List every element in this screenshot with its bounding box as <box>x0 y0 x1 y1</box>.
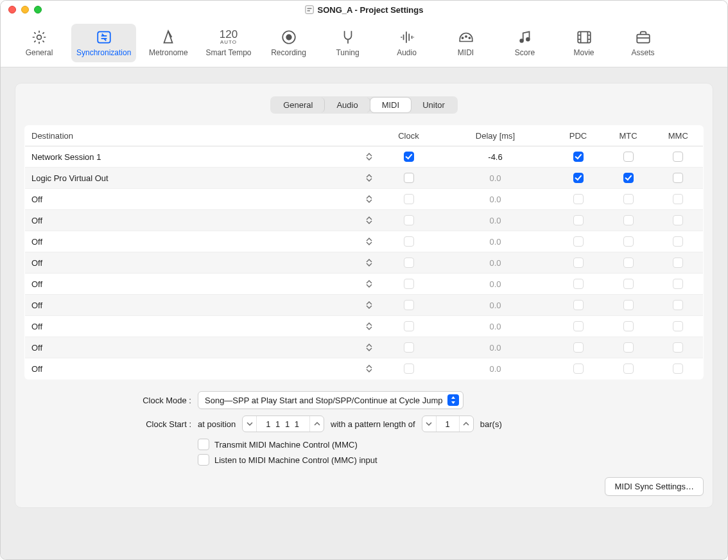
delay-value[interactable]: 0.0 <box>489 258 501 268</box>
clock-checkbox[interactable] <box>404 342 414 353</box>
mtc-checkbox[interactable] <box>623 342 634 353</box>
mtc-checkbox[interactable] <box>623 215 634 225</box>
clock-checkbox[interactable] <box>404 215 414 225</box>
delay-value[interactable]: 0.0 <box>489 364 501 374</box>
toolbar-assets[interactable]: Assets <box>616 24 670 62</box>
toolbar-recording[interactable]: Recording <box>262 24 316 62</box>
mmc-checkbox[interactable] <box>673 321 683 331</box>
toolbar-audio[interactable]: Audio <box>380 24 434 62</box>
close-window-button[interactable] <box>8 6 16 13</box>
subtab-general[interactable]: General <box>272 98 325 112</box>
col-mmc[interactable]: MMC <box>654 126 704 146</box>
mtc-checkbox[interactable] <box>623 173 634 183</box>
toolbar-movie[interactable]: Movie <box>557 24 611 62</box>
clock-start-pattern-stepper[interactable]: 1 <box>422 416 474 432</box>
mmc-checkbox[interactable] <box>673 194 683 204</box>
mtc-checkbox[interactable] <box>623 194 634 204</box>
mmc-checkbox[interactable] <box>673 215 683 225</box>
destination-stepper[interactable] <box>365 342 374 353</box>
pdc-checkbox[interactable] <box>573 194 584 204</box>
destination-stepper[interactable] <box>365 151 374 162</box>
clock-checkbox[interactable] <box>404 300 414 310</box>
toolbar-midi[interactable]: MIDI <box>439 24 493 62</box>
destination-stepper[interactable] <box>365 172 374 184</box>
delay-value[interactable]: 0.0 <box>489 301 501 310</box>
mtc-checkbox[interactable] <box>623 152 634 162</box>
destination-stepper[interactable] <box>365 214 374 226</box>
mmc-checkbox[interactable] <box>673 279 683 289</box>
chevron-down-icon[interactable] <box>243 416 257 432</box>
subtab-unitor[interactable]: Unitor <box>411 98 456 112</box>
delay-value[interactable]: 0.0 <box>489 322 501 331</box>
pdc-checkbox[interactable] <box>573 321 584 331</box>
destination-stepper[interactable] <box>365 320 374 332</box>
toolbar-synchronization[interactable]: Synchronization <box>71 24 136 62</box>
col-mtc[interactable]: MTC <box>603 126 654 146</box>
mmc-checkbox[interactable] <box>673 300 683 310</box>
mtc-checkbox[interactable] <box>623 300 634 310</box>
clock-mode-select[interactable]: Song—SPP at Play Start and Stop/SPP/Cont… <box>198 391 464 409</box>
chevron-up-icon[interactable] <box>459 416 473 432</box>
clock-checkbox[interactable] <box>404 152 414 162</box>
pdc-checkbox[interactable] <box>573 300 584 310</box>
clock-checkbox[interactable] <box>404 258 414 268</box>
delay-value[interactable]: 0.0 <box>489 237 501 247</box>
pdc-checkbox[interactable] <box>573 236 584 247</box>
transmit-mmc-checkbox[interactable] <box>198 439 209 450</box>
col-clock[interactable]: Clock <box>380 126 438 146</box>
pdc-checkbox[interactable] <box>573 258 584 268</box>
clock-checkbox[interactable] <box>404 363 414 374</box>
delay-value[interactable]: 0.0 <box>489 343 501 353</box>
clock-checkbox[interactable] <box>404 236 414 247</box>
toolbar-metronome[interactable]: Metronome <box>141 24 195 62</box>
subtab-midi[interactable]: MIDI <box>370 98 411 112</box>
delay-value[interactable]: -4.6 <box>488 152 502 162</box>
pdc-checkbox[interactable] <box>573 173 584 183</box>
clock-checkbox[interactable] <box>404 279 414 289</box>
destination-stepper[interactable] <box>365 363 374 374</box>
chevron-down-icon[interactable] <box>422 416 437 432</box>
mmc-checkbox[interactable] <box>673 152 683 162</box>
mtc-checkbox[interactable] <box>623 236 634 247</box>
mtc-checkbox[interactable] <box>623 279 634 289</box>
mmc-checkbox[interactable] <box>673 236 683 247</box>
mtc-checkbox[interactable] <box>623 363 634 374</box>
toolbar-score[interactable]: Score <box>498 24 552 62</box>
chevron-up-icon[interactable] <box>309 416 324 432</box>
col-destination[interactable]: Destination <box>25 126 380 146</box>
clock-checkbox[interactable] <box>404 173 414 183</box>
pdc-checkbox[interactable] <box>573 342 584 353</box>
destination-stepper[interactable] <box>365 299 374 311</box>
pdc-checkbox[interactable] <box>573 363 584 374</box>
destination-stepper[interactable] <box>365 193 374 205</box>
pdc-checkbox[interactable] <box>573 279 584 289</box>
toolbar-tuning[interactable]: Tuning <box>321 24 375 62</box>
mtc-checkbox[interactable] <box>623 321 634 331</box>
listen-mmc-checkbox[interactable] <box>198 454 209 466</box>
delay-value[interactable]: 0.0 <box>489 216 501 225</box>
delay-value[interactable]: 0.0 <box>489 173 501 183</box>
mmc-checkbox[interactable] <box>673 173 683 183</box>
pdc-checkbox[interactable] <box>573 215 584 225</box>
destination-stepper[interactable] <box>365 236 374 247</box>
destination-stepper[interactable] <box>365 257 374 268</box>
clock-start-position-stepper[interactable]: 1 1 1 1 <box>242 416 324 432</box>
toolbar-smart-tempo[interactable]: 120 AUTO Smart Tempo <box>200 24 256 62</box>
clock-checkbox[interactable] <box>404 194 414 204</box>
destination-stepper[interactable] <box>365 278 374 290</box>
col-pdc[interactable]: PDC <box>553 126 603 146</box>
delay-value[interactable]: 0.0 <box>489 279 501 289</box>
delay-value[interactable]: 0.0 <box>489 195 501 204</box>
toolbar-general[interactable]: General <box>12 24 66 62</box>
clock-checkbox[interactable] <box>404 321 414 331</box>
zoom-window-button[interactable] <box>34 6 42 13</box>
pdc-checkbox[interactable] <box>573 152 584 162</box>
mmc-checkbox[interactable] <box>673 342 683 353</box>
col-delay[interactable]: Delay [ms] <box>438 126 553 146</box>
midi-sync-settings-button[interactable]: MIDI Sync Settings… <box>605 477 704 496</box>
mmc-checkbox[interactable] <box>673 363 683 374</box>
mtc-checkbox[interactable] <box>623 258 634 268</box>
minimize-window-button[interactable] <box>21 6 29 13</box>
subtab-audio[interactable]: Audio <box>325 98 370 112</box>
mmc-checkbox[interactable] <box>673 258 683 268</box>
